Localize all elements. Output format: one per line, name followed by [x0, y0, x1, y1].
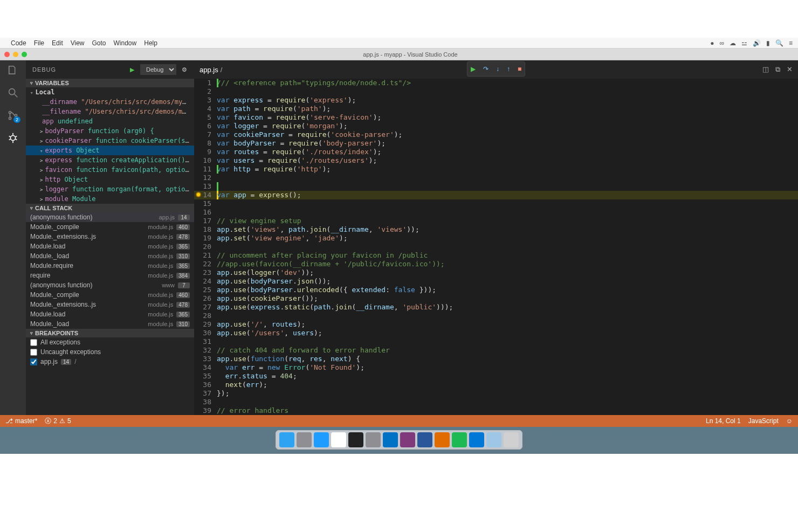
- code-line[interactable]: 11var http = require('http');: [194, 165, 798, 174]
- search-icon[interactable]: 🔍: [775, 39, 783, 47]
- dock-launchpad-icon[interactable]: [297, 432, 312, 447]
- callstack-frame[interactable]: (anonymous function)www7: [26, 280, 194, 290]
- callstack-frame[interactable]: requiremodule.js384: [26, 271, 194, 280]
- code-line[interactable]: 3var express = require('express');: [194, 96, 798, 105]
- dock-onenote-icon[interactable]: [400, 432, 415, 447]
- dock-terminal-icon[interactable]: [348, 432, 363, 447]
- code-line[interactable]: 21// uncomment after placing your favico…: [194, 251, 798, 260]
- dock-apps-icon[interactable]: [435, 432, 450, 447]
- cursor-position[interactable]: Ln 14, Col 1: [706, 417, 741, 425]
- code-line[interactable]: 38: [194, 398, 798, 406]
- start-debug-button[interactable]: ▶: [130, 66, 135, 73]
- callstack-frame[interactable]: Module._loadmodule.js310: [26, 251, 194, 261]
- code-line[interactable]: 20: [194, 243, 798, 251]
- minimize-window-button[interactable]: [13, 52, 18, 57]
- code-line[interactable]: 30app.use('/users', users);: [194, 329, 798, 337]
- variable-row[interactable]: >favicon function favicon(path, options)…: [26, 165, 194, 175]
- code-editor[interactable]: 1/// <reference path="typings/node/node.…: [194, 79, 798, 415]
- code-line[interactable]: 8var bodyParser = require('body-parser')…: [194, 139, 798, 148]
- split-editor-icon[interactable]: ◫: [762, 65, 769, 74]
- callstack-frame[interactable]: Module._compilemodule.js460: [26, 290, 194, 300]
- language-mode[interactable]: JavaScript: [748, 417, 779, 425]
- close-editor-icon[interactable]: ✕: [787, 65, 793, 74]
- code-line[interactable]: 1/// <reference path="typings/node/node.…: [194, 79, 798, 87]
- callstack-section-header[interactable]: ▿CALL STACK: [26, 204, 194, 212]
- code-line[interactable]: 9var routes = require('./routes/index');: [194, 148, 798, 156]
- dock-settings-icon[interactable]: [366, 432, 381, 447]
- code-line[interactable]: 28: [194, 312, 798, 320]
- variable-row[interactable]: >express function createApplication() {: [26, 155, 194, 165]
- code-line[interactable]: 39// error handlers: [194, 406, 798, 415]
- code-line[interactable]: 32// catch 404 and forward to error hand…: [194, 346, 798, 355]
- configure-icon[interactable]: ⚙: [182, 66, 188, 73]
- code-line[interactable]: 26app.use(cookieParser());: [194, 294, 798, 303]
- code-line[interactable]: 17// view engine setup: [194, 217, 798, 225]
- code-line[interactable]: 18app.set('views', path.join(__dirname, …: [194, 225, 798, 234]
- dock-spotify-icon[interactable]: [452, 432, 467, 447]
- dock-finder-icon[interactable]: [279, 432, 294, 447]
- debug-icon[interactable]: [6, 132, 19, 144]
- errors-status[interactable]: ⓧ 2 ⚠ 5: [45, 417, 71, 426]
- callstack-frame[interactable]: Module._extensions..jsmodule.js478: [26, 232, 194, 241]
- code-line[interactable]: 14var app = express();: [194, 191, 798, 199]
- code-line[interactable]: 34 var err = new Error('Not Found');: [194, 363, 798, 372]
- menu-view[interactable]: View: [71, 39, 85, 47]
- code-line[interactable]: 33app.use(function(req, res, next) {: [194, 355, 798, 363]
- callstack-frame[interactable]: Module._compilemodule.js460: [26, 222, 194, 232]
- breakpoint-checkbox[interactable]: [30, 349, 37, 356]
- feedback-icon[interactable]: ☺: [786, 417, 793, 425]
- callstack-frame[interactable]: (anonymous function)app.js14: [26, 212, 194, 222]
- menu-file[interactable]: File: [34, 39, 44, 47]
- dock-trash-icon[interactable]: [504, 432, 519, 447]
- variable-row[interactable]: __filename "/Users/chris/src/demos/myapp…: [26, 107, 194, 116]
- code-line[interactable]: 25app.use(bodyParser.urlencoded({ extend…: [194, 286, 798, 294]
- breakpoint-row[interactable]: Uncaught exceptions: [26, 347, 194, 357]
- dock-vscode-icon[interactable]: [469, 432, 484, 447]
- dock-chrome-icon[interactable]: [331, 432, 346, 447]
- active-tab[interactable]: app.js: [200, 66, 218, 74]
- variable-row[interactable]: >http Object: [26, 175, 194, 184]
- code-line[interactable]: 4var path = require('path');: [194, 105, 798, 113]
- step-into-button[interactable]: ↓: [496, 65, 499, 73]
- menu-edit[interactable]: Edit: [52, 39, 63, 47]
- code-line[interactable]: 13: [194, 182, 798, 191]
- code-line[interactable]: 15: [194, 199, 798, 208]
- variables-section-header[interactable]: ▿VARIABLES: [26, 79, 194, 87]
- code-line[interactable]: 2: [194, 87, 798, 96]
- code-line[interactable]: 31: [194, 337, 798, 346]
- menu-window[interactable]: Window: [114, 39, 137, 47]
- breakpoint-marker-icon[interactable]: [196, 192, 201, 197]
- code-line[interactable]: 27app.use(express.static(path.join(__dir…: [194, 303, 798, 312]
- git-icon[interactable]: 2: [6, 109, 19, 122]
- explorer-icon[interactable]: [6, 64, 19, 77]
- breakpoint-row[interactable]: All exceptions: [26, 337, 194, 347]
- callstack-frame[interactable]: Module._extensions..jsmodule.js478: [26, 300, 194, 309]
- code-line[interactable]: 16: [194, 208, 798, 217]
- variable-row[interactable]: >cookieParser function cookieParser(secr…: [26, 136, 194, 146]
- variable-row[interactable]: ▿exports Object: [26, 146, 194, 155]
- variable-row[interactable]: >bodyParser function (arg0) {: [26, 126, 194, 136]
- variable-row[interactable]: app undefined: [26, 116, 194, 126]
- continue-button[interactable]: ▶: [471, 65, 476, 73]
- stop-button[interactable]: ■: [518, 65, 521, 73]
- breakpoint-checkbox[interactable]: [30, 358, 37, 365]
- callstack-frame[interactable]: Module._loadmodule.js310: [26, 319, 194, 329]
- close-window-button[interactable]: [4, 52, 10, 57]
- breakpoint-checkbox[interactable]: [30, 339, 37, 346]
- step-out-button[interactable]: ↑: [507, 65, 510, 73]
- debug-config-select[interactable]: Debug: [140, 64, 176, 75]
- scope-local[interactable]: ▿Local: [26, 87, 194, 97]
- menu-goto[interactable]: Goto: [92, 39, 106, 47]
- code-line[interactable]: 5var favicon = require('serve-favicon');: [194, 113, 798, 122]
- menu-icon[interactable]: ≡: [789, 39, 793, 47]
- code-line[interactable]: 6var logger = require('morgan');: [194, 122, 798, 130]
- toggle-layout-icon[interactable]: ⧉: [775, 65, 780, 74]
- breakpoint-row[interactable]: app.js 14 /: [26, 357, 194, 367]
- variable-row[interactable]: __dirname "/Users/chris/src/demos/myapp": [26, 97, 194, 107]
- code-line[interactable]: 23app.use(logger('dev'));: [194, 268, 798, 277]
- menu-code[interactable]: Code: [11, 39, 26, 47]
- callstack-frame[interactable]: Module.requiremodule.js365: [26, 261, 194, 271]
- dock-outlook-icon[interactable]: [383, 432, 398, 447]
- code-line[interactable]: 24app.use(bodyParser.json());: [194, 277, 798, 286]
- variable-row[interactable]: >module Module: [26, 194, 194, 204]
